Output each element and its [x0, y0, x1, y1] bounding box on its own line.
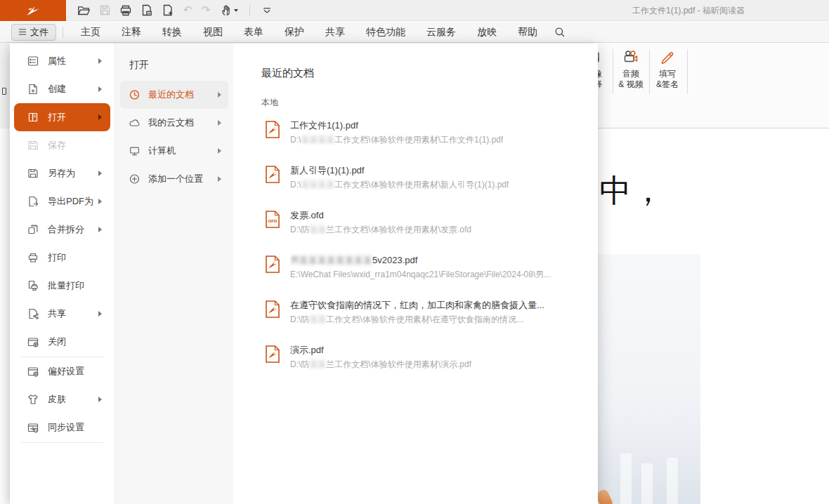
- open-panel-item-add-place[interactable]: 添加一个位置: [120, 165, 228, 193]
- foxit-logo: [0, 0, 66, 21]
- pencil-icon: [658, 46, 677, 69]
- ribbon-button-label: &签名: [656, 79, 679, 90]
- properties-icon: [27, 55, 39, 67]
- file-path: D:\某某某某工作文档\体验软件使用素材\新人引导(1)(1).pdf: [290, 179, 509, 190]
- file-menu-button[interactable]: 文件: [11, 24, 56, 41]
- menu-divider: [21, 442, 103, 443]
- recent-file-row[interactable]: 工作文件1(1).pdf D:\某某某某工作文档\体验软件使用素材\工作文件1(…: [266, 116, 587, 161]
- merge-split-icon: [27, 223, 39, 236]
- file-menu-item-save: 保存: [14, 131, 110, 159]
- undo-icon[interactable]: ↶: [178, 1, 197, 20]
- file-menu-item-share[interactable]: 共享: [14, 300, 110, 328]
- file-menu-item-sync-settings[interactable]: 同步设置: [14, 413, 110, 442]
- ribbon-divider: [649, 49, 650, 94]
- file-menu-item-skin[interactable]: 皮肤: [14, 385, 110, 413]
- tab-help[interactable]: 帮助: [507, 22, 548, 43]
- computer-icon: [129, 145, 141, 157]
- pdf-file-icon: [266, 121, 280, 138]
- recent-file-row[interactable]: 在遵守饮食指南的情况下，红肉，加工肉和家禽的膳食摄入量... D:\防某某工作文…: [266, 296, 587, 340]
- submenu-arrow-icon: [98, 58, 102, 64]
- file-menu-item-open[interactable]: 打开: [14, 103, 110, 131]
- quick-toolbar: ↶ ↷: [73, 0, 278, 21]
- image-detail: [641, 463, 653, 504]
- recent-group-label: 本地: [261, 97, 278, 109]
- export-pdf-icon: [27, 195, 39, 208]
- ribbon-button-label: 音频: [622, 69, 639, 79]
- file-menu-item-preferences[interactable]: 偏好设置: [14, 357, 110, 385]
- submenu-arrow-icon: [98, 199, 102, 204]
- tab-protect[interactable]: 保护: [274, 22, 315, 43]
- file-menu-item-properties[interactable]: 属性: [14, 47, 110, 75]
- add-place-icon: [129, 173, 141, 185]
- hand-tool-icon[interactable]: [215, 1, 243, 20]
- ribbon-button-fill-sign[interactable]: 填写&签名: [650, 46, 685, 101]
- tab-form[interactable]: 表单: [233, 22, 274, 43]
- recent-docs-heading: 最近的文档: [261, 67, 314, 80]
- preferences-icon: [27, 365, 39, 378]
- redo-icon[interactable]: ↷: [197, 1, 215, 20]
- file-menu-button-label: 文件: [30, 26, 48, 39]
- file-path: E:\WeChat Files\wxid_rra1m04nqaqc21\File…: [290, 269, 551, 280]
- file-title: 新人引导(1)(1).pdf: [290, 164, 509, 176]
- file-menu-item-merge-split[interactable]: 合并拆分: [14, 215, 110, 244]
- print-icon: [27, 251, 39, 264]
- open-submenu-panel: 打开 最近的文档 我的云文档 计算机 添加一个位置: [115, 44, 233, 504]
- tab-home[interactable]: 主页: [70, 22, 111, 43]
- hand-tool-dropdown-icon: [234, 9, 238, 12]
- file-menu-item-print[interactable]: 打印: [14, 244, 110, 272]
- file-menu-panel: 属性 创建 打开 保存 另存为 导出PDF为 合并拆分 打印 批量打印 共享: [10, 44, 115, 504]
- new-document-icon[interactable]: [157, 1, 178, 20]
- tab-present[interactable]: 放映: [466, 22, 507, 43]
- search-icon[interactable]: [549, 22, 570, 42]
- save-icon[interactable]: [94, 1, 115, 20]
- close-doc-icon: [27, 336, 39, 348]
- recent-file-row[interactable]: 演示.pdf D:\防某某兰工作文档\体验软件使用素材\演示.pdf: [266, 340, 587, 385]
- open-panel-item-computer[interactable]: 计算机: [120, 137, 228, 165]
- submenu-arrow-icon: [98, 114, 102, 120]
- save-as-icon: [27, 167, 39, 180]
- file-menu-item-export-pdf[interactable]: 导出PDF为: [14, 187, 110, 215]
- window-title: 工作文件1(1).pdf - 福昕阅读器: [604, 0, 773, 21]
- print-icon[interactable]: [115, 1, 136, 20]
- file-menu-item-batch-print[interactable]: 批量打印: [14, 272, 110, 300]
- open-panel-item-recent-docs[interactable]: 最近的文档: [120, 81, 228, 109]
- pdf-file-icon: [266, 345, 280, 363]
- pdf-file-icon: [266, 300, 280, 318]
- hidden-icon-fragment: [2, 88, 6, 95]
- file-title: 男某某某某某某某某5v2023.pdf: [290, 254, 551, 266]
- skin-icon: [27, 393, 39, 406]
- svg-text:OFD: OFD: [268, 218, 278, 223]
- ribbon-divider: [613, 49, 613, 94]
- submenu-arrow-icon: [98, 227, 102, 232]
- tab-share[interactable]: 共享: [315, 22, 355, 43]
- create-icon: [27, 83, 39, 95]
- recent-file-row[interactable]: 男某某某某某某某某5v2023.pdf E:\WeChat Files\wxid…: [266, 251, 587, 296]
- recent-file-row[interactable]: OFD 发票.ofd D:\防某某兰工作文档\体验软件使用素材\发票.ofd: [266, 206, 587, 251]
- file-menu-item-create[interactable]: 创建: [14, 75, 110, 103]
- share-icon: [27, 307, 39, 320]
- open-icon: [27, 111, 39, 124]
- file-menu-item-save-as[interactable]: 另存为: [14, 159, 110, 187]
- recent-file-list: 工作文件1(1).pdf D:\某某某某工作文档\体验软件使用素材\工作文件1(…: [266, 116, 587, 385]
- tab-comment[interactable]: 注释: [111, 22, 152, 43]
- open-panel-item-cloud-docs[interactable]: 我的云文档: [120, 109, 228, 137]
- ribbon-left-strip: [0, 43, 10, 128]
- tab-cloud[interactable]: 云服务: [416, 22, 466, 43]
- export-page-icon[interactable]: [136, 1, 157, 20]
- collapse-toolbar-icon[interactable]: [256, 1, 278, 20]
- image-detail: [598, 488, 614, 504]
- tab-view[interactable]: 视图: [192, 22, 233, 43]
- recent-file-row[interactable]: 新人引导(1)(1).pdf D:\某某某某工作文档\体验软件使用素材\新人引导…: [266, 161, 587, 206]
- open-panel-title: 打开: [129, 59, 149, 72]
- pdf-file-icon: [266, 256, 280, 273]
- tab-convert[interactable]: 转换: [152, 22, 192, 43]
- tab-features[interactable]: 特色功能: [355, 22, 416, 43]
- file-path: D:\防某某兰工作文档\体验软件使用素材\演示.pdf: [290, 359, 471, 370]
- document-image: [598, 254, 700, 504]
- submenu-arrow-icon: [98, 397, 102, 402]
- document-text: 中，: [599, 170, 665, 212]
- file-menu-item-close[interactable]: 关闭: [14, 328, 110, 356]
- file-menu-overlay: 属性 创建 打开 保存 另存为 导出PDF为 合并拆分 打印 批量打印 共享: [10, 44, 598, 504]
- open-file-icon[interactable]: [73, 1, 94, 20]
- ribbon-button-audio-video[interactable]: 音频& 视频: [613, 46, 648, 101]
